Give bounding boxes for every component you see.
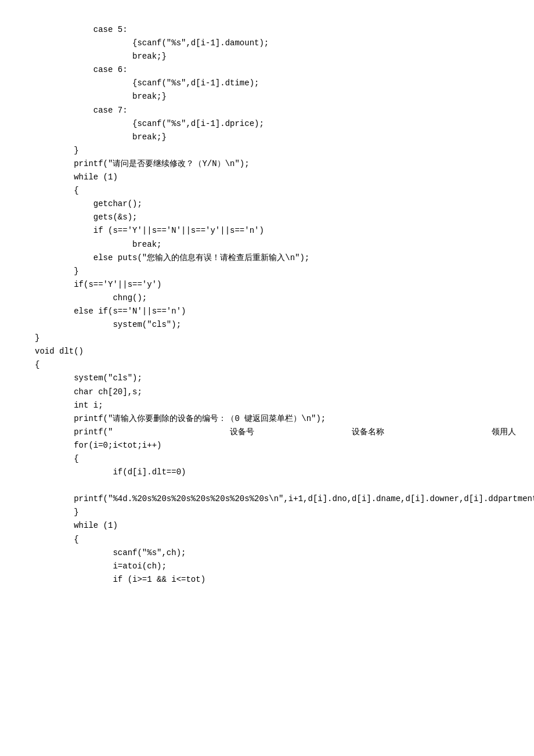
code-content: case 5: {scanf("%s",d[i-1].damount); bre…: [35, 23, 499, 586]
